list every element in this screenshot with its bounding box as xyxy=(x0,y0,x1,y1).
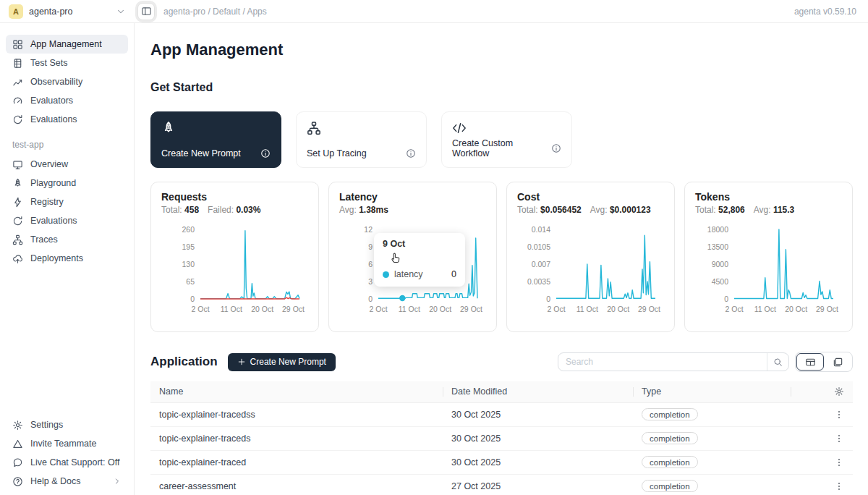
get-started-card-create-custom-workflow[interactable]: Create Custom Workflow xyxy=(441,111,572,168)
sidebar-toggle-button[interactable] xyxy=(137,3,155,20)
sidebar-item-registry[interactable]: Registry xyxy=(6,192,128,211)
search-input[interactable] xyxy=(558,357,767,367)
workspace-name: agenta-pro xyxy=(29,7,110,17)
metric-chart[interactable]: 2601951306502 Oct11 Oct20 Oct29 Oct xyxy=(161,222,310,316)
get-started-card-set-up-tracing[interactable]: Set Up Tracing xyxy=(296,111,427,168)
cell-name: topic-explainer-traceds xyxy=(150,426,443,450)
svg-text:29 Oct: 29 Oct xyxy=(282,305,305,313)
chevron-right-icon xyxy=(113,477,122,486)
chart-icon xyxy=(12,77,23,88)
sidebar-item-label: Observability xyxy=(30,77,82,87)
search-button[interactable] xyxy=(767,353,788,371)
info-icon[interactable] xyxy=(260,148,271,158)
sidebar-item-traces[interactable]: Traces xyxy=(6,230,128,249)
sidebar-item-label: Registry xyxy=(30,197,64,207)
table-settings-button[interactable] xyxy=(799,386,844,397)
row-menu-button[interactable] xyxy=(799,481,844,491)
row-menu-button[interactable] xyxy=(799,457,844,468)
row-menu-button[interactable] xyxy=(799,433,844,444)
svg-text:12: 12 xyxy=(364,225,373,234)
info-icon[interactable] xyxy=(406,148,416,158)
cell-date-modified: 27 Oct 2025 xyxy=(443,474,633,495)
get-started-card-create-new-prompt[interactable]: Create New Prompt xyxy=(150,111,281,168)
table-row[interactable]: topic-explainer-traceds30 Oct 2025comple… xyxy=(150,426,853,450)
sidebar-item-evaluators[interactable]: Evaluators xyxy=(6,91,128,110)
metrics-row: RequestsTotal: 458Failed: 0.03%260195130… xyxy=(150,182,853,332)
column-header-type[interactable]: Type xyxy=(633,381,791,402)
sidebar-item-label: App Management xyxy=(30,39,102,49)
svg-text:260: 260 xyxy=(182,225,195,234)
cell-date-modified: 30 Oct 2025 xyxy=(443,402,633,426)
type-badge: completion xyxy=(642,408,698,420)
main-content: App Management Get Started Create New Pr… xyxy=(135,23,868,495)
svg-text:0: 0 xyxy=(190,295,195,303)
cloud-up-icon xyxy=(12,253,23,264)
sidebar-item-evaluations[interactable]: Evaluations xyxy=(6,110,128,129)
metric-stat: Avg: $0.000123 xyxy=(590,205,651,215)
sidebar-item-overview[interactable]: Overview xyxy=(6,155,128,174)
bolt-icon xyxy=(12,197,23,208)
sidebar-item-playground[interactable]: Playground xyxy=(6,174,128,192)
column-header-name[interactable]: Name xyxy=(150,381,443,402)
sidebar-item-app-management[interactable]: App Management xyxy=(6,35,128,54)
svg-text:0.0105: 0.0105 xyxy=(527,242,550,251)
dots-vertical-icon xyxy=(834,433,844,444)
table-row[interactable]: career-assessment27 Oct 2025completion xyxy=(150,474,853,495)
sidebar-item-label: Traces xyxy=(30,234,58,245)
table-view-button[interactable] xyxy=(796,353,824,371)
sidebar-bottom-group: SettingsInvite TeammateLive Chat Support… xyxy=(6,415,128,491)
svg-text:6: 6 xyxy=(368,260,373,268)
metric-chart[interactable]: 0.0140.01050.0070.003502 Oct11 Oct20 Oct… xyxy=(517,222,665,316)
tooltip-date: 9 Oct xyxy=(383,239,456,249)
svg-text:2 Oct: 2 Oct xyxy=(725,305,743,313)
create-new-prompt-button[interactable]: Create New Prompt xyxy=(228,353,336,371)
cursor-hand-icon xyxy=(388,250,403,265)
svg-text:2 Oct: 2 Oct xyxy=(191,305,209,313)
sidebar: App ManagementTest SetsObservabilityEval… xyxy=(0,23,135,495)
sidebar-item-label: Overview xyxy=(30,159,68,169)
table-row[interactable]: topic-explainer-traced30 Oct 2025complet… xyxy=(150,450,853,474)
tooltip-value: 0 xyxy=(451,269,456,279)
svg-text:0: 0 xyxy=(724,295,728,303)
search-icon xyxy=(773,358,783,367)
triangle-icon xyxy=(12,439,23,449)
metric-title: Requests xyxy=(161,191,308,203)
metric-stat: Failed: 0.03% xyxy=(208,205,260,215)
sidebar-item-label: Playground xyxy=(30,178,76,188)
sidebar-section-label: test-app xyxy=(12,140,122,150)
sidebar-item-live-chat-support-off[interactable]: Live Chat Support: Off xyxy=(6,453,128,472)
gear-icon xyxy=(834,386,844,397)
plus-icon xyxy=(237,358,246,366)
svg-text:3: 3 xyxy=(368,277,373,286)
sidebar-item-label: Evaluators xyxy=(30,96,73,106)
metric-stat: Avg: 115.3 xyxy=(754,205,795,215)
cell-date-modified: 30 Oct 2025 xyxy=(443,426,633,450)
sidebar-item-deployments[interactable]: Deployments xyxy=(6,249,128,268)
metric-chart[interactable]: 18000135009000450002 Oct11 Oct20 Oct29 O… xyxy=(695,222,843,316)
help-icon xyxy=(12,476,23,487)
card-view-button[interactable] xyxy=(824,353,851,371)
row-menu-button[interactable] xyxy=(799,410,844,420)
code-icon xyxy=(452,121,467,135)
type-badge: completion xyxy=(642,480,698,492)
table-list-icon xyxy=(12,58,23,69)
info-icon[interactable] xyxy=(551,143,561,153)
svg-text:20 Oct: 20 Oct xyxy=(785,305,807,313)
sidebar-item-help-docs[interactable]: Help & Docs xyxy=(6,472,128,491)
column-header-date-modified[interactable]: Date Modified xyxy=(443,381,633,402)
workspace-selector[interactable]: A agenta-pro xyxy=(0,4,135,19)
sidebar-item-settings[interactable]: Settings xyxy=(6,415,128,434)
card-view-icon xyxy=(833,357,843,368)
sidebar-main-group: App ManagementTest SetsObservabilityEval… xyxy=(6,35,128,129)
svg-text:29 Oct: 29 Oct xyxy=(816,305,838,313)
get-started-cards: Create New PromptSet Up TracingCreate Cu… xyxy=(150,111,853,168)
metric-card-cost: CostTotal: $0.056452Avg: $0.0001230.0140… xyxy=(506,182,675,332)
sidebar-item-evaluations[interactable]: Evaluations xyxy=(6,211,128,230)
sidebar-item-test-sets[interactable]: Test Sets xyxy=(6,54,128,72)
grid-icon xyxy=(12,39,23,50)
sidebar-item-label: Invite Teammate xyxy=(30,439,96,449)
table-row[interactable]: topic-explainer-tracedss30 Oct 2025compl… xyxy=(150,402,853,426)
sidebar-item-invite-teammate[interactable]: Invite Teammate xyxy=(6,434,128,453)
sidebar-item-observability[interactable]: Observability xyxy=(6,72,128,91)
cell-name: topic-explainer-tracedss xyxy=(150,402,443,426)
